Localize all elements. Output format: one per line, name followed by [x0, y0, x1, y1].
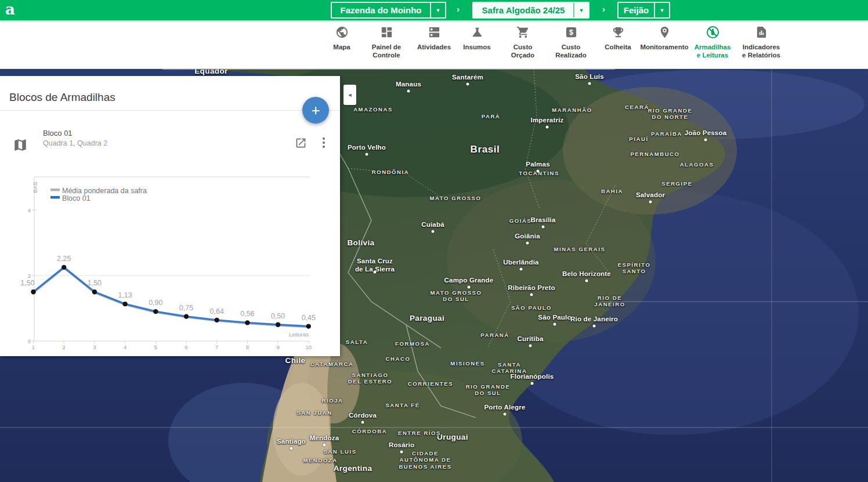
map-label: Belo Horizonte — [562, 270, 611, 278]
map-label: PARANÁ — [480, 332, 509, 338]
more-vert-icon[interactable] — [319, 136, 329, 150]
map-label: AMAZONAS — [353, 106, 393, 113]
toolbar-item-custo-orcado[interactable]: Custo Orçado — [496, 26, 549, 60]
map-label: Uberlândia — [503, 259, 538, 267]
map-label: PIAUÍ — [629, 136, 648, 142]
toolbar-item-colheita[interactable]: Colheita — [591, 26, 645, 52]
toolbar-item-label: Indicadores e Relatórios — [742, 44, 780, 60]
chevron-down-icon[interactable]: ▼ — [655, 3, 669, 17]
pin-bug-icon — [658, 26, 671, 41]
crop-selector[interactable]: Feijão ▼ — [617, 2, 670, 19]
svg-text:0,64: 0,64 — [210, 307, 224, 316]
map-label: ESPÍRITO SANTO — [618, 262, 651, 275]
map-label: CHACO — [386, 356, 411, 362]
open-in-new-icon[interactable] — [295, 137, 307, 149]
svg-text:4: 4 — [28, 207, 31, 213]
panel-collapse-button[interactable]: ◂ — [343, 85, 356, 105]
toolbar-item-label: Colheita — [605, 44, 631, 52]
svg-text:2: 2 — [63, 344, 66, 350]
svg-text:0,90: 0,90 — [149, 299, 162, 307]
city-dot — [542, 226, 545, 229]
map-label: RIOJA — [321, 397, 343, 404]
map-label: Ribeirão Preto — [508, 284, 555, 292]
add-block-button[interactable]: + — [302, 97, 329, 124]
globe-icon — [335, 26, 349, 41]
map-label: CATAMARCA — [310, 361, 354, 367]
city-dot — [526, 242, 529, 245]
city-dot — [546, 126, 549, 129]
map-label: Florianópolis — [511, 373, 554, 381]
map-label: Paraguai — [410, 314, 444, 323]
map-label: Argentina — [334, 464, 372, 473]
map-label: CÓRDOBA — [352, 428, 387, 434]
svg-text:6: 6 — [185, 344, 187, 350]
block-card-title: Bloco 01 — [43, 129, 73, 137]
map-label: SANTA CATARINA — [492, 361, 527, 375]
map-label: MISIONES — [450, 360, 484, 367]
breadcrumb-separator: › — [602, 4, 605, 14]
toolbar-item-painel-de-controle[interactable]: Painel de Controle — [360, 26, 413, 60]
city-dot — [704, 139, 707, 142]
toolbar-item-label: Custo Orçado — [511, 44, 534, 60]
city-dot — [530, 293, 533, 296]
map-label: Rosário — [389, 441, 414, 450]
cart-icon — [516, 26, 530, 41]
toolbar-item-indicadores-e-relatorios[interactable]: Indicadores e Relatórios — [735, 26, 788, 60]
svg-text:Média ponderada da safra: Média ponderada da safra — [62, 187, 147, 195]
map-label: RIO GRANDE DO SUL — [466, 383, 511, 397]
city-dot — [400, 451, 403, 454]
map-label: Mendoza — [310, 434, 339, 443]
map-label: Santarém — [452, 74, 483, 82]
city-dot — [593, 325, 596, 328]
breadcrumb-separator: › — [457, 4, 460, 14]
map-label: Córdova — [349, 412, 377, 420]
farm-selector[interactable]: Fazenda do Moinho ▼ — [331, 2, 446, 19]
map-label: BAHIA — [601, 188, 623, 194]
dollar-icon: $ — [565, 26, 578, 41]
city-dot — [366, 153, 368, 156]
svg-text:BAS: BAS — [32, 182, 38, 193]
trap-blocks-panel: Blocos de Armadilhas + Bloco 01 Quadra 1… — [0, 76, 340, 356]
city-dot — [649, 201, 652, 204]
map-label: Chile — [285, 356, 305, 365]
season-selector[interactable]: Safra Algodão 24/25 ▼ — [472, 2, 589, 19]
city-dot — [361, 421, 364, 424]
map-label: Santiago — [277, 438, 306, 446]
svg-text:1,50: 1,50 — [88, 279, 102, 287]
city-dot — [374, 271, 377, 274]
map-label: MATO GROSSO DO SUL — [430, 289, 482, 303]
farm-selector-label: Fazenda do Moinho — [332, 3, 430, 17]
map-label: FORMOSA — [395, 340, 430, 347]
svg-text:7: 7 — [215, 344, 218, 350]
chevron-down-icon[interactable]: ▼ — [431, 3, 445, 17]
report-icon — [755, 26, 768, 41]
map-label: RIO GRANDE DO NORTE — [648, 107, 693, 121]
top-app-bar: a Fazenda do Moinho ▼ › Safra Algodão 24… — [0, 0, 868, 20]
activities-icon — [428, 26, 441, 41]
svg-text:1: 1 — [32, 344, 35, 350]
block-card-subtitle: Quadra 1, Quadra 2 — [43, 139, 107, 147]
map-label: CORRIENTES — [408, 380, 453, 387]
svg-text:10: 10 — [306, 344, 312, 350]
toolbar-item-monitoramento[interactable]: Monitoramento — [638, 26, 691, 52]
toolbar-item-label: Custo Realizado — [555, 44, 587, 60]
city-dot — [588, 82, 591, 85]
toolbar-item-custo-realizado[interactable]: $Custo Realizado — [544, 26, 598, 60]
map-icon — [13, 137, 28, 153]
chevron-down-icon[interactable]: ▼ — [574, 3, 588, 17]
map-label: SALTA — [346, 339, 368, 345]
svg-text:$: $ — [569, 28, 573, 37]
toolbar-item-armadilhas-e-leituras[interactable]: Armadilhas e Leituras — [686, 26, 739, 60]
city-dot — [554, 323, 556, 326]
map-label: MARANHÃO — [552, 107, 592, 113]
city-dot — [531, 382, 534, 385]
city-dot — [323, 444, 326, 447]
city-dot — [290, 447, 293, 450]
divider — [0, 110, 340, 111]
city-dot — [468, 286, 471, 289]
map-label: MATO GROSSO — [429, 195, 481, 201]
svg-text:0,50: 0,50 — [271, 312, 285, 320]
map-label: ENTRE RÍOS — [398, 430, 441, 436]
map-label: Uruguai — [437, 433, 468, 442]
map-label: RIO DE JANEIRO — [594, 295, 625, 308]
